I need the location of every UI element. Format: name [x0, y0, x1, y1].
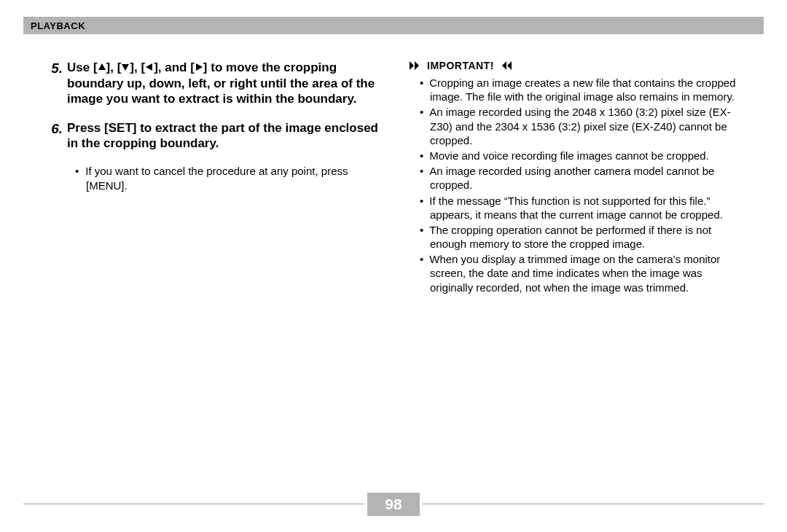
manual-page: PLAYBACK 5. Use [], [], [], and [] to mo… — [0, 0, 787, 532]
arrow-up-icon — [98, 60, 106, 75]
svg-marker-1 — [122, 64, 129, 71]
svg-marker-4 — [410, 61, 414, 70]
important-bullet: The cropping operation cannot be perform… — [430, 223, 751, 251]
page-number: 98 — [367, 493, 420, 516]
right-column: IMPORTANT! Cropping an image creates a n… — [398, 60, 751, 296]
step5-text-mid2: ], [ — [130, 60, 145, 74]
section-header-title: PLAYBACK — [31, 20, 85, 31]
footer-rule-right — [423, 504, 764, 504]
sub-bullet: If you want to cancel the procedure at a… — [86, 164, 383, 192]
double-arrow-right-icon — [410, 61, 424, 70]
arrow-left-icon — [145, 60, 154, 75]
step5-text-mid1: ], [ — [106, 60, 122, 74]
svg-marker-7 — [507, 61, 512, 70]
step-body: Use [], [], [], and [] to move the cropp… — [67, 60, 383, 107]
important-bullet: Cropping an image creates a new file tha… — [430, 76, 751, 103]
svg-marker-2 — [146, 63, 152, 71]
section-header-bar: PLAYBACK — [23, 17, 764, 34]
svg-marker-3 — [196, 63, 203, 71]
step-number: 5. — [41, 60, 67, 107]
important-bullet: If the message “This function is not sup… — [430, 194, 751, 222]
important-bullet: Movie and voice recording file images ca… — [430, 149, 751, 163]
arrow-down-icon — [121, 60, 130, 75]
content-columns: 5. Use [], [], [], and [] to move the cr… — [41, 60, 751, 296]
svg-marker-5 — [415, 61, 419, 70]
step-body: Press [SET] to extract the part of the i… — [67, 120, 383, 152]
important-label: IMPORTANT! — [424, 60, 497, 71]
important-bullet: An image recorded using another camera m… — [430, 164, 751, 192]
left-column: 5. Use [], [], [], and [] to move the cr… — [41, 60, 383, 296]
double-arrow-left-icon — [497, 61, 512, 70]
step-5: 5. Use [], [], [], and [] to move the cr… — [41, 60, 383, 107]
svg-marker-0 — [98, 63, 106, 70]
arrow-right-icon — [195, 60, 203, 75]
step5-text-pre: Use [ — [67, 60, 98, 74]
important-bullet: An image recorded using the 2048 x 1360 … — [430, 105, 751, 147]
step5-text-mid3: ], and [ — [154, 60, 195, 74]
step-number: 6. — [41, 120, 67, 152]
svg-marker-6 — [502, 61, 506, 70]
important-bullet: When you display a trimmed image on the … — [430, 252, 751, 294]
footer-rule-left — [23, 504, 364, 504]
important-heading: IMPORTANT! — [410, 60, 751, 71]
step-6: 6. Press [SET] to extract the part of th… — [41, 120, 383, 152]
